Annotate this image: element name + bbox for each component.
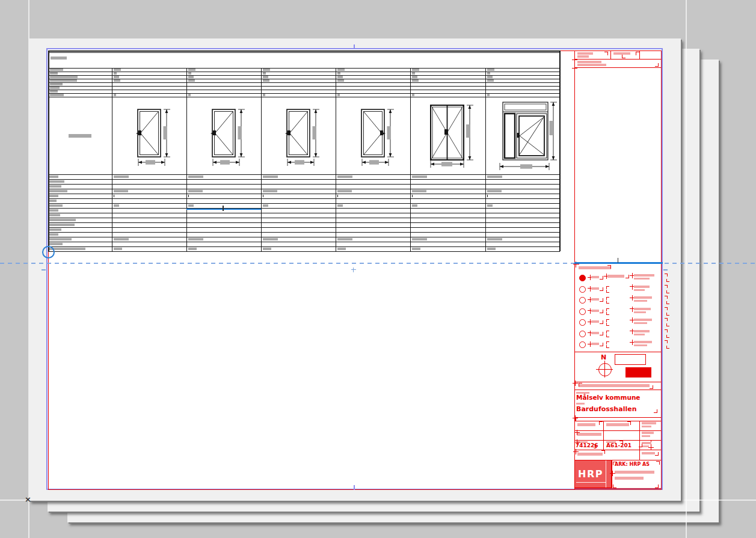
table-tick [263,195,263,198]
greeked-text [49,195,58,197]
anchor-bracket [601,450,605,454]
door-elevation-3[interactable] [261,98,336,174]
greeked-text [49,200,57,202]
greeked-text-red [591,343,599,345]
door-elevation-1[interactable] [112,98,186,174]
anchor-bracket [639,444,642,447]
greeked-text [114,248,122,250]
greeked-dim-text [295,160,304,164]
greeked-text-red [634,319,652,321]
greeked-text [412,190,426,192]
anchor-bracket [600,332,603,335]
greeked-text [412,79,419,82]
greeked-text [49,224,75,226]
greeked-text [114,94,116,96]
anchor-plus [573,415,578,421]
table-line [48,227,560,228]
cad-viewer-canvas[interactable]: N Målselv kommune Bardufosshallen 741226… [0,0,756,538]
anchor-plus [572,66,577,71]
greeked-text [49,176,58,178]
margin-mark [665,329,668,332]
anchor-bracket [600,298,603,302]
revision-marker-circle [579,331,586,337]
greeked-text [49,248,85,250]
greeked-text-red [579,384,650,387]
greeked-text [50,94,64,96]
selection-circle[interactable] [42,246,55,258]
greeked-dim-text [313,126,317,139]
greeked-text-red [577,453,603,456]
anchor-bracket [600,310,603,313]
greeked-text [49,214,60,216]
greeked-text-red [591,298,599,301]
margin-mark [665,307,668,310]
revision-marker-circle [579,341,586,348]
revision-marker-circle [579,297,586,304]
margin-mark [666,279,669,282]
greeked-text [487,76,493,78]
titleblock-line [610,50,611,59]
origin-marker[interactable]: × [25,495,31,503]
greeked-text-red [634,296,652,299]
table-line [48,93,560,94]
fold-mark-top [354,44,355,49]
margin-mark [665,285,668,288]
north-arrow-icon-cross [604,361,605,378]
greeked-text-red [642,435,650,437]
anchor-bracket [622,55,625,58]
greeked-text [337,190,352,192]
margin-mark [666,301,669,304]
greeked-text [487,190,502,192]
anchor-bracket [606,323,609,326]
table-line [48,242,560,242]
greeked-text-red [634,300,647,302]
greeked-text [49,219,76,221]
greeked-text-red [634,334,645,335]
anchor-bracket [613,462,616,465]
titleblock-line [574,440,661,441]
greeked-text-red [606,423,629,426]
greeked-text-red [615,471,654,474]
margin-mark [666,323,669,326]
door-elevation-5-double[interactable] [410,98,485,174]
revision-marker-circle [579,275,586,281]
selected-entity-line[interactable] [186,209,261,210]
table-line [48,90,560,90]
greeked-text [263,204,268,207]
anchor-bracket [600,287,603,291]
greeked-text-red [634,286,650,288]
greeked-text [337,79,344,82]
greeked-text [263,76,268,78]
anchor-bracket [606,331,609,334]
table-line [48,86,560,87]
titleblock-line [574,50,575,489]
selected-entity-line-titleblock[interactable] [574,262,663,264]
greeked-text-red [577,423,595,426]
table-line [48,237,560,237]
hrp-logo-text: HRP [575,468,606,480]
table-line [48,213,560,213]
table-line [48,79,560,79]
door-elevation-4[interactable] [336,98,410,174]
table-line [48,179,560,180]
greeked-text-red [615,477,644,480]
greeked-text-red [577,61,601,63]
greeked-text [114,72,117,75]
greeked-text [188,72,191,75]
greeked-text [114,69,121,71]
greeked-table-title [51,57,67,60]
greeked-text [50,79,77,82]
greeked-text [487,72,490,75]
greeked-text [188,69,195,71]
greeked-text [337,176,352,178]
drawing-number: A61-201 [606,443,632,448]
table-border [48,52,560,53]
door-elevation-2[interactable] [186,98,261,174]
greeked-text [49,180,64,183]
greeked-text [49,185,61,188]
titleblock-line [574,382,661,382]
greeked-text [114,79,120,82]
door-elevation-6-sidelight[interactable] [485,98,560,174]
greeked-text [263,248,271,250]
anchor-bracket [600,343,603,346]
